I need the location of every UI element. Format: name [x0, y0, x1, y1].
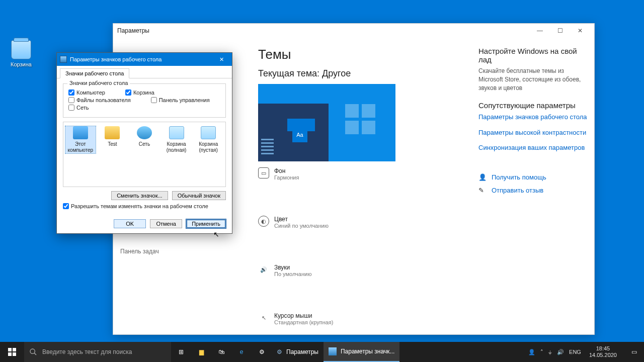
recycle-bin-icon	[11, 40, 31, 59]
theme-prop-color[interactable]: ◐ ЦветСиний по умолчанию	[258, 216, 359, 229]
svg-line-1	[34, 353, 36, 355]
icon-item-test[interactable]: Test	[98, 126, 128, 147]
change-icon-button[interactable]: Сменить значок...	[111, 191, 168, 200]
fieldset-legend: Значки рабочего стола	[67, 80, 130, 86]
windows-logo-icon	[8, 348, 16, 356]
recycle-full-icon	[169, 126, 184, 139]
dialog-tab[interactable]: Значки рабочего стола	[60, 68, 129, 78]
sidebar-item-taskbar[interactable]: Панель задач	[113, 245, 246, 258]
current-theme-label: Текущая тема: Другое	[258, 68, 466, 79]
taskbar-clock[interactable]: 18:45 14.05.2020	[586, 345, 620, 358]
search-placeholder: Введите здесь текст для поиска	[42, 348, 132, 355]
tray-network-icon[interactable]: ⏚	[548, 349, 552, 355]
checkbox-network[interactable]: Сеть	[68, 105, 89, 111]
start-button[interactable]	[0, 342, 24, 362]
taskbar-settings-icon[interactable]: ⚙	[252, 342, 272, 362]
taskbar-explorer[interactable]: ▆	[191, 342, 211, 362]
settings-titlebar[interactable]: Параметры ― ☐ ✕	[113, 24, 594, 38]
theme-prop-background[interactable]: ▭ ФонГармония	[258, 167, 359, 180]
minimize-button[interactable]: ―	[530, 24, 550, 38]
icon-preview-list: Этот компьютер Test Сеть Корзина (полная…	[63, 122, 226, 187]
cursor-icon: ↖	[258, 312, 269, 323]
cancel-button[interactable]: Отмена	[150, 219, 182, 228]
taskbar: Введите здесь текст для поиска ⊞ ▆ 🛍 e ⚙…	[0, 342, 644, 362]
taskbar-task-settings[interactable]: ⚙Параметры	[272, 342, 324, 362]
desktop-recycle-bin[interactable]: Корзина	[6, 40, 36, 67]
search-icon	[29, 348, 37, 356]
checkbox-allow-themes[interactable]: Разрешить темам изменять значки на рабоч…	[63, 203, 226, 209]
page-title: Темы	[258, 47, 466, 62]
dialog-title: Параметры значков рабочего стола	[70, 56, 162, 62]
icon-item-bin-empty[interactable]: Корзина (пустая)	[193, 126, 223, 153]
system-tray: 👤 ˄ ⏚ 🔊 ENG 18:45 14.05.2020	[528, 345, 624, 358]
recycle-bin-label: Корзина	[11, 61, 32, 67]
tray-people-icon[interactable]: 👤	[528, 349, 535, 355]
desktop-icon-settings-dialog: Параметры значков рабочего стола ✕ Значк…	[56, 52, 232, 234]
icon-item-network[interactable]: Сеть	[129, 126, 159, 147]
recycle-empty-icon	[201, 126, 216, 139]
checkbox-recycle-bin[interactable]: Корзина	[125, 89, 154, 96]
speaker-icon: 🔊	[258, 264, 269, 275]
computer-icon	[73, 126, 88, 139]
theme-preview[interactable]: Aa	[258, 84, 395, 161]
icon-item-bin-full[interactable]: Корзина (полная)	[162, 126, 192, 153]
close-button[interactable]: ✕	[570, 24, 590, 38]
picture-icon: ▭	[258, 167, 269, 178]
taskbar-search[interactable]: Введите здесь текст для поиска	[24, 342, 171, 362]
default-icon-button[interactable]: Обычный значок	[172, 191, 226, 200]
dialog-title-icon	[60, 56, 67, 63]
customize-text: Скачайте бесплатные темы из Microsoft St…	[478, 67, 590, 92]
icons-fieldset: Значки рабочего стола Компьютер Корзина …	[63, 83, 226, 118]
settings-main: Темы Текущая тема: Другое Aa ▭ ФонГармон…	[246, 38, 478, 334]
tray-chevron-up-icon[interactable]: ˄	[540, 349, 543, 355]
link-sync-settings[interactable]: Синхронизация ваших параметров	[478, 143, 590, 152]
checkbox-control-panel[interactable]: Панель управления	[151, 97, 210, 103]
folder-icon	[105, 126, 120, 139]
dialog-titlebar[interactable]: Параметры значков рабочего стола ✕	[57, 53, 232, 66]
link-high-contrast[interactable]: Параметры высокой контрастности	[478, 128, 590, 137]
link-desktop-icons[interactable]: Параметры значков рабочего стола	[478, 113, 590, 122]
clock-date: 14.05.2020	[589, 352, 617, 358]
help-icon: 👤	[478, 173, 487, 182]
feedback-icon: ✎	[478, 187, 487, 195]
palette-icon: ◐	[258, 216, 269, 227]
taskbar-edge[interactable]: e	[231, 342, 252, 362]
checkbox-user-files[interactable]: Файлы пользователя	[68, 97, 131, 103]
checkbox-computer[interactable]: Компьютер	[68, 89, 105, 96]
theme-prop-cursor[interactable]: ↖ Курсор мышиСтандартная (крупная)	[258, 312, 359, 325]
theme-preview-aa: Aa	[292, 127, 307, 142]
related-title: Сопутствующие параметры	[478, 101, 590, 110]
icon-item-this-pc[interactable]: Этот компьютер	[65, 126, 96, 153]
clock-time: 18:45	[589, 345, 617, 352]
get-help-link[interactable]: 👤Получить помощь	[478, 173, 590, 182]
settings-title: Параметры	[117, 27, 149, 34]
task-view-button[interactable]: ⊞	[171, 342, 191, 362]
taskbar-task-icon-settings[interactable]: Параметры значк...	[324, 342, 399, 362]
customize-title: Настройте Windows на свой лад	[478, 47, 590, 64]
feedback-link[interactable]: ✎Отправить отзыв	[478, 187, 590, 195]
ok-button[interactable]: OK	[114, 219, 146, 228]
dialog-close-button[interactable]: ✕	[214, 56, 229, 63]
dialog-taskbar-icon	[329, 347, 337, 355]
network-icon	[137, 126, 152, 139]
maximize-button[interactable]: ☐	[550, 24, 570, 38]
svg-point-0	[30, 349, 35, 353]
action-center-button[interactable]: ▭	[624, 342, 644, 362]
tray-language[interactable]: ENG	[569, 349, 581, 355]
apply-button[interactable]: Применить	[186, 219, 226, 228]
settings-aside: Настройте Windows на свой лад Скачайте б…	[478, 38, 594, 334]
theme-prop-sounds[interactable]: 🔊 ЗвукиПо умолчанию	[258, 264, 359, 277]
tray-volume-icon[interactable]: 🔊	[557, 349, 564, 355]
taskbar-store[interactable]: 🛍	[211, 342, 231, 362]
